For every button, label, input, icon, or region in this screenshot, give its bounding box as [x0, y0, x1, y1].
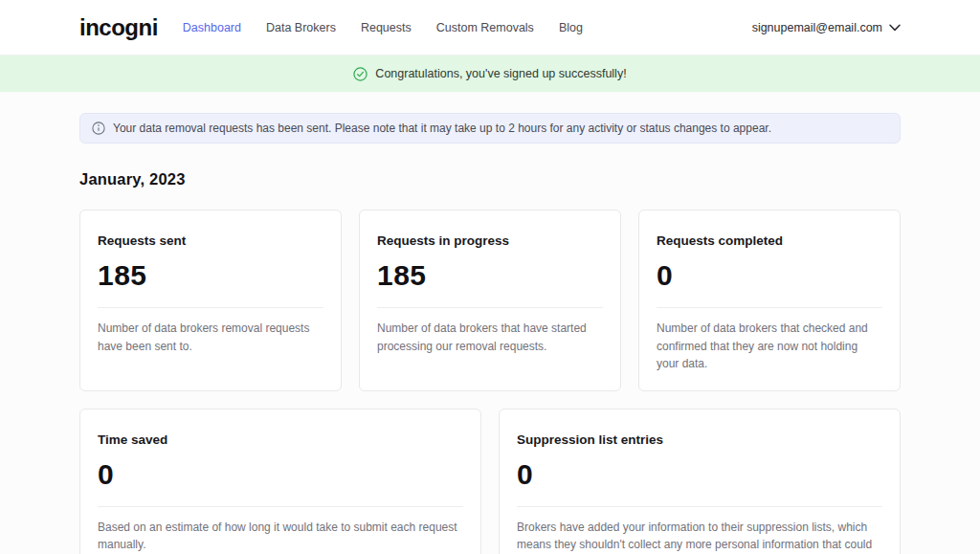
stat-value: 0 [657, 259, 882, 292]
success-banner: Congratulations, you've signed up succes… [0, 55, 980, 92]
info-banner: Your data removal requests has been sent… [79, 113, 901, 144]
info-banner-text: Your data removal requests has been sent… [113, 122, 771, 135]
account-menu[interactable]: signupemail@email.com [752, 21, 901, 34]
stat-description: Number of data brokers that checked and … [657, 307, 882, 373]
stat-title: Requests completed [657, 233, 882, 248]
stat-card-suppression-list: Suppression list entries 0 Brokers have … [499, 409, 901, 554]
stat-title: Suppression list entries [517, 432, 882, 447]
month-title: January, 2023 [79, 170, 901, 188]
dashboard-content: Your data removal requests has been sent… [79, 92, 901, 554]
check-circle-icon [353, 67, 368, 81]
stat-description: Brokers have added your information to t… [517, 506, 882, 554]
stat-title: Requests sent [98, 233, 323, 248]
nav-requests[interactable]: Requests [361, 21, 412, 34]
stat-title: Requests in progress [377, 233, 603, 248]
info-icon [92, 122, 105, 135]
nav-custom-removals[interactable]: Custom Removals [436, 21, 534, 34]
main-nav: Dashboard Data Brokers Requests Custom R… [183, 21, 583, 34]
stat-card-time-saved: Time saved 0 Based on an estimate of how… [79, 409, 481, 554]
stats-row-bottom: Time saved 0 Based on an estimate of how… [79, 409, 901, 554]
stat-description: Number of data brokers removal requests … [98, 307, 323, 355]
stat-card-requests-in-progress: Requests in progress 185 Number of data … [359, 210, 621, 391]
account-email: signupemail@email.com [752, 21, 882, 34]
stat-card-requests-completed: Requests completed 0 Number of data brok… [638, 210, 901, 391]
success-banner-text: Congratulations, you've signed up succes… [375, 67, 626, 80]
nav-data-brokers[interactable]: Data Brokers [266, 21, 336, 34]
top-nav: incogni Dashboard Data Brokers Requests … [0, 0, 980, 55]
stat-card-requests-sent: Requests sent 185 Number of data brokers… [79, 210, 342, 391]
stat-description: Based on an estimate of how long it woul… [98, 506, 463, 554]
stat-title: Time saved [98, 432, 463, 447]
stat-description: Number of data brokers that have started… [377, 307, 603, 355]
stat-value: 185 [377, 259, 603, 292]
nav-blog[interactable]: Blog [559, 21, 583, 34]
stat-value: 185 [98, 259, 323, 292]
stats-row-top: Requests sent 185 Number of data brokers… [79, 210, 901, 391]
nav-dashboard[interactable]: Dashboard [183, 21, 241, 34]
stat-value: 0 [98, 458, 463, 491]
stat-value: 0 [517, 458, 882, 491]
logo[interactable]: incogni [79, 14, 158, 41]
chevron-down-icon [889, 24, 901, 32]
